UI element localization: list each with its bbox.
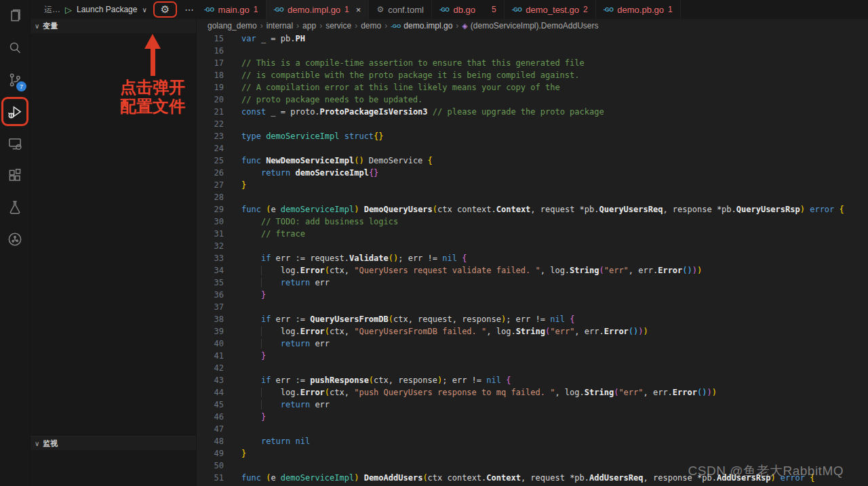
code-line[interactable]: 46 } <box>197 411 868 423</box>
watch-section-header[interactable]: ∨ 监视 <box>31 436 196 450</box>
code-line[interactable]: 50 <box>197 460 868 472</box>
breadcrumb-item[interactable]: demo <box>361 21 381 31</box>
code-editor[interactable]: 15var _ = pb.PH1617// This is a compile-… <box>197 33 868 486</box>
line-number[interactable]: 15 <box>197 33 224 45</box>
line-number[interactable]: 26 <box>197 167 224 179</box>
line-number[interactable]: 35 <box>197 277 224 289</box>
code-line[interactable]: 23type demoServiceImpl struct{} <box>197 130 868 142</box>
code-line[interactable]: 15var _ = pb.PH <box>197 33 868 45</box>
more-actions-icon[interactable]: ⋯ <box>184 4 195 15</box>
line-number[interactable]: 43 <box>197 374 224 386</box>
line-number[interactable]: 47 <box>197 423 224 435</box>
code-line[interactable]: 34 log.Error(ctx, "QueryUsers request va… <box>197 264 868 277</box>
code-line[interactable]: 43 if err := pushResponse(ctx, response)… <box>197 374 868 386</box>
code-line[interactable]: 47 <box>197 423 868 435</box>
line-number[interactable]: 42 <box>197 362 224 374</box>
code-line[interactable]: 36 } <box>197 289 868 301</box>
code-line[interactable]: 16 <box>197 45 868 57</box>
code-line[interactable]: 45 return err <box>197 399 868 411</box>
line-number[interactable]: 22 <box>197 118 224 130</box>
sidebar-item-extensions[interactable] <box>0 159 30 191</box>
code-line[interactable]: 42 <box>197 362 868 374</box>
line-number[interactable]: 29 <box>197 203 224 216</box>
sidebar-item-run-debug[interactable] <box>0 96 30 127</box>
line-number[interactable]: 40 <box>197 338 224 350</box>
sidebar-item-explorer[interactable] <box>0 0 30 32</box>
sidebar-item-source-control[interactable]: 7 <box>0 64 30 96</box>
line-number[interactable]: 46 <box>197 411 224 423</box>
line-number[interactable]: 16 <box>197 45 224 57</box>
tab-demo.pb.go[interactable]: -GOdemo.pb.go1 <box>596 0 681 19</box>
debug-config-dropdown[interactable]: Launch Package <box>77 5 137 14</box>
code-line[interactable]: 26 return demoServiceImpl{} <box>197 167 868 179</box>
line-number[interactable]: 27 <box>197 179 224 191</box>
code-line[interactable]: 20// proto package needs to be updated. <box>197 94 868 106</box>
line-number[interactable]: 23 <box>197 130 224 142</box>
sidebar-item-testing[interactable] <box>0 191 30 223</box>
tab-conf.toml[interactable]: ⚙conf.toml <box>369 0 432 19</box>
line-number[interactable]: 37 <box>197 301 224 313</box>
line-number[interactable]: 51 <box>197 472 224 484</box>
code-line[interactable]: 51func (e demoServiceImpl) DemoAddUsers(… <box>197 472 868 484</box>
chevron-down-icon[interactable]: ∨ <box>142 6 146 14</box>
code-line[interactable]: 31 // ftrace <box>197 228 868 240</box>
line-number[interactable]: 44 <box>197 386 224 399</box>
code-line[interactable]: 22 <box>197 118 868 130</box>
line-number[interactable]: 41 <box>197 350 224 362</box>
code-line[interactable]: 32 <box>197 240 868 252</box>
line-number[interactable]: 25 <box>197 155 224 167</box>
code-line[interactable]: 21const _ = proto.ProtoPackageIsVersion3… <box>197 106 868 118</box>
line-number[interactable]: 31 <box>197 228 224 240</box>
line-number[interactable]: 48 <box>197 435 224 447</box>
tab-demo_test.go[interactable]: -GOdemo_test.go2 <box>505 0 596 19</box>
breadcrumb-item[interactable]: service <box>326 21 351 31</box>
breadcrumb-item[interactable]: internal <box>267 21 293 31</box>
line-number[interactable]: 34 <box>197 264 224 277</box>
line-number[interactable]: 32 <box>197 240 224 252</box>
code-line[interactable]: 38 if err := QueryUsersFromDB(ctx, reque… <box>197 313 868 325</box>
tab-main.go[interactable]: -GOmain.go1 <box>197 0 267 19</box>
sidebar-item-extra-extension[interactable] <box>0 223 30 255</box>
breadcrumb-item[interactable]: app <box>302 21 316 31</box>
code-line[interactable]: 27} <box>197 179 868 191</box>
line-number[interactable]: 30 <box>197 216 224 228</box>
code-line[interactable]: 39 log.Error(ctx, "QueryUsersFromDB fail… <box>197 325 868 338</box>
code-line[interactable]: 29func (e demoServiceImpl) DemoQueryUser… <box>197 203 868 216</box>
gear-icon[interactable]: ⚙ <box>161 3 170 15</box>
breadcrumb-item[interactable]: ◈(demoServiceImpl).DemoAddUsers <box>462 21 598 31</box>
code-line[interactable]: 19// A compilation error at this line li… <box>197 81 868 94</box>
line-number[interactable]: 45 <box>197 399 224 411</box>
code-line[interactable]: 30 // TODO: add business logics <box>197 216 868 228</box>
code-line[interactable]: 49} <box>197 447 868 460</box>
variables-panel[interactable] <box>31 33 196 436</box>
tab-demo.impl.go[interactable]: -GOdemo.impl.go1× <box>267 0 370 19</box>
code-line[interactable]: 25func NewDemoServiceImpl() DemoService … <box>197 155 868 167</box>
line-number[interactable]: 33 <box>197 252 224 264</box>
code-line[interactable]: 17// This is a compile-time assertion to… <box>197 57 868 69</box>
line-number[interactable]: 20 <box>197 94 224 106</box>
line-number[interactable]: 24 <box>197 142 224 155</box>
code-line[interactable]: 37 <box>197 301 868 313</box>
line-number[interactable]: 36 <box>197 289 224 301</box>
breadcrumb-item[interactable]: golang_demo <box>208 21 257 31</box>
sidebar-item-remote-explorer[interactable] <box>0 127 30 159</box>
line-number[interactable]: 39 <box>197 325 224 338</box>
tab-db.go[interactable]: -GOdb.go5 <box>432 0 505 19</box>
line-number[interactable]: 21 <box>197 106 224 118</box>
line-number[interactable]: 17 <box>197 57 224 69</box>
code-line[interactable]: 44 log.Error(ctx, "push QueryUsers respo… <box>197 386 868 399</box>
variables-section-header[interactable]: ∨ 变量 <box>31 19 196 33</box>
code-line[interactable]: 24 <box>197 142 868 155</box>
line-number[interactable]: 18 <box>197 69 224 81</box>
code-line[interactable]: 48 return nil <box>197 435 868 447</box>
line-number[interactable]: 38 <box>197 313 224 325</box>
line-number[interactable]: 28 <box>197 191 224 203</box>
code-line[interactable]: 41 } <box>197 350 868 362</box>
close-icon[interactable]: × <box>356 5 361 15</box>
line-number[interactable]: 50 <box>197 460 224 472</box>
start-debug-icon[interactable]: ▷ <box>65 5 72 15</box>
code-line[interactable]: 18// is compatible with the proto packag… <box>197 69 868 81</box>
line-number[interactable]: 49 <box>197 447 224 460</box>
breadcrumb-item[interactable]: -GOdemo.impl.go <box>391 21 452 31</box>
watch-panel[interactable] <box>31 450 196 486</box>
